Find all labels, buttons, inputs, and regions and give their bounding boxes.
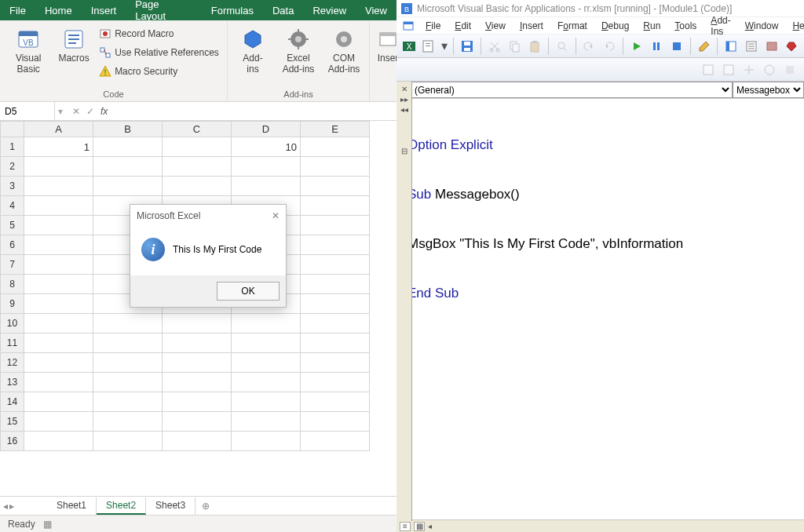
splitter-right-icon[interactable]: ▸▸ xyxy=(400,95,408,104)
save-icon[interactable] xyxy=(458,37,477,56)
cell-E10[interactable] xyxy=(301,314,370,333)
fx-icon[interactable]: fx xyxy=(100,106,108,117)
object-browser-icon[interactable] xyxy=(762,37,781,56)
row-header-10[interactable]: 10 xyxy=(1,314,24,333)
vba-menu-help[interactable]: Help xyxy=(787,19,804,33)
cell-E3[interactable] xyxy=(301,177,370,196)
cell-B3[interactable] xyxy=(93,177,163,196)
row-header-3[interactable]: 3 xyxy=(1,177,24,196)
row-header-2[interactable]: 2 xyxy=(1,157,24,177)
visual-basic-button[interactable]: VB Visual Basic xyxy=(8,24,49,85)
cell-E2[interactable] xyxy=(301,157,370,177)
sheet-tab-sheet3[interactable]: Sheet3 xyxy=(146,497,196,515)
row-header-6[interactable]: 6 xyxy=(1,235,24,255)
cell-C2[interactable] xyxy=(163,157,232,177)
cell-B2[interactable] xyxy=(93,157,163,177)
cell-C1[interactable] xyxy=(163,137,232,157)
cell-A14[interactable] xyxy=(24,392,93,412)
cell-E15[interactable] xyxy=(301,412,370,432)
cell-B16[interactable] xyxy=(93,432,163,451)
splitter-close-icon[interactable]: ✕ xyxy=(401,85,407,93)
row-header-16[interactable]: 16 xyxy=(1,432,24,451)
row-header-5[interactable]: 5 xyxy=(1,216,24,235)
cell-C15[interactable] xyxy=(163,412,232,432)
properties-icon[interactable] xyxy=(742,37,761,56)
break-icon[interactable] xyxy=(647,37,666,56)
row-header-13[interactable]: 13 xyxy=(1,373,24,392)
ribbon-tab-home[interactable]: Home xyxy=(35,0,82,20)
vba-hscroll-left-icon[interactable]: ◂ xyxy=(428,522,432,530)
vba-titlebar[interactable]: B Microsoft Visual Basic for Application… xyxy=(397,0,804,17)
cell-A9[interactable] xyxy=(24,294,93,314)
select-all-cell[interactable] xyxy=(1,122,24,137)
cell-B13[interactable] xyxy=(93,373,163,392)
cell-B14[interactable] xyxy=(93,392,163,412)
cell-E1[interactable] xyxy=(301,137,370,157)
cell-B1[interactable] xyxy=(93,137,163,157)
cell-A15[interactable] xyxy=(24,412,93,432)
cell-A3[interactable] xyxy=(24,177,93,196)
sheet-tab-sheet1[interactable]: Sheet1 xyxy=(47,497,97,515)
ribbon-tab-formulas[interactable]: Formulas xyxy=(202,0,263,20)
cell-E5[interactable] xyxy=(301,216,370,235)
cell-C3[interactable] xyxy=(163,177,232,196)
run-icon[interactable] xyxy=(627,37,646,56)
procedure-view-icon[interactable]: ≡ xyxy=(400,522,411,531)
row-header-8[interactable]: 8 xyxy=(1,275,24,294)
cell-D11[interactable] xyxy=(232,333,301,353)
close-icon[interactable]: ✕ xyxy=(272,210,280,221)
column-header-C[interactable]: C xyxy=(163,122,232,137)
ribbon-tab-review[interactable]: Review xyxy=(303,0,356,20)
name-box-dropdown-icon[interactable]: ▾ xyxy=(55,106,66,117)
ok-button[interactable]: OK xyxy=(217,282,280,301)
cell-A12[interactable] xyxy=(24,353,93,373)
worksheet-grid[interactable]: ABCDE11102345678910111213141516 xyxy=(0,121,397,496)
vba-menu-format[interactable]: Format xyxy=(552,19,593,33)
cell-D2[interactable] xyxy=(232,157,301,177)
cell-A2[interactable] xyxy=(24,157,93,177)
cell-E14[interactable] xyxy=(301,392,370,412)
vba-menu-tools[interactable]: Tools xyxy=(669,19,702,33)
cell-B11[interactable] xyxy=(93,333,163,353)
cell-C11[interactable] xyxy=(163,333,232,353)
cell-E6[interactable] xyxy=(301,235,370,255)
row-header-12[interactable]: 12 xyxy=(1,353,24,373)
cell-D12[interactable] xyxy=(232,353,301,373)
cell-D10[interactable] xyxy=(232,314,301,333)
row-header-7[interactable]: 7 xyxy=(1,255,24,275)
record-macro-button[interactable]: Record Macro xyxy=(99,25,219,42)
cell-E16[interactable] xyxy=(301,432,370,451)
cell-C10[interactable] xyxy=(163,314,232,333)
cell-E8[interactable] xyxy=(301,275,370,294)
cell-E9[interactable] xyxy=(301,294,370,314)
ribbon-tab-file[interactable]: File xyxy=(0,0,35,20)
row-header-15[interactable]: 15 xyxy=(1,412,24,432)
insert-dropdown-icon[interactable]: ▾ xyxy=(440,38,449,53)
cell-D13[interactable] xyxy=(232,373,301,392)
cell-B10[interactable] xyxy=(93,314,163,333)
row-header-9[interactable]: 9 xyxy=(1,294,24,314)
message-box-titlebar[interactable]: Microsoft Excel ✕ xyxy=(130,205,286,227)
column-header-B[interactable]: B xyxy=(93,122,163,137)
row-header-11[interactable]: 11 xyxy=(1,333,24,353)
column-header-A[interactable]: A xyxy=(24,122,93,137)
formula-accept-icon[interactable]: ✓ xyxy=(86,106,94,117)
splitter-left-icon[interactable]: ◂◂ xyxy=(400,105,408,114)
sheet-nav-last-icon[interactable]: ▸ xyxy=(9,501,14,512)
cell-A5[interactable] xyxy=(24,216,93,235)
cell-C12[interactable] xyxy=(163,353,232,373)
cell-A6[interactable] xyxy=(24,235,93,255)
cell-B12[interactable] xyxy=(93,353,163,373)
com-addins-button[interactable]: COM Add-ins xyxy=(323,24,364,85)
cell-D15[interactable] xyxy=(232,412,301,432)
use-relative-references-button[interactable]: Use Relative References xyxy=(99,44,219,61)
row-header-14[interactable]: 14 xyxy=(1,392,24,412)
cell-B15[interactable] xyxy=(93,412,163,432)
addins-button[interactable]: Add- ins xyxy=(232,24,273,85)
macro-security-button[interactable]: Macro Security xyxy=(99,63,219,80)
vba-pane-splitter[interactable]: ✕ ▸▸ ◂◂ ⊟ xyxy=(397,82,412,521)
reset-icon[interactable] xyxy=(667,37,686,56)
cell-C14[interactable] xyxy=(163,392,232,412)
row-header-1[interactable]: 1 xyxy=(1,137,24,157)
design-mode-icon[interactable] xyxy=(695,37,714,56)
